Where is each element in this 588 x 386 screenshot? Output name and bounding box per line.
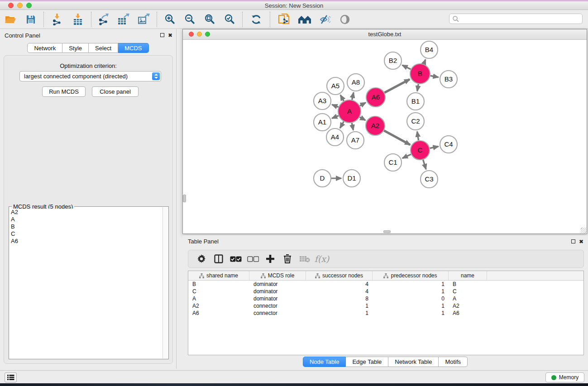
graph-edge-B-B2[interactable]: [402, 65, 411, 69]
graph-edge-C-C2[interactable]: [417, 132, 419, 141]
zoom-fit-button[interactable]: [200, 12, 220, 27]
zoom-in-button[interactable]: [160, 12, 180, 27]
mcds-result-scrollbar[interactable]: [163, 207, 168, 358]
table-cell: dominator: [249, 281, 306, 287]
network-vertical-scrollbar[interactable]: [183, 195, 186, 202]
import-network-button[interactable]: [47, 12, 67, 27]
close-traffic-light[interactable]: [8, 3, 14, 8]
search-input[interactable]: [459, 14, 582, 23]
table-cell: 1: [373, 310, 449, 316]
tab-mcds[interactable]: MCDS: [118, 43, 148, 53]
mcds-result-list[interactable]: A2ABCA6: [10, 209, 163, 358]
tab-network-table[interactable]: Network Table: [388, 357, 439, 367]
hide-selected-button[interactable]: [315, 12, 335, 27]
table-row[interactable]: Bdominator41B: [188, 281, 583, 288]
list-item[interactable]: A2: [10, 209, 163, 216]
desktop-strip-bottom: [0, 383, 588, 386]
search-field[interactable]: [449, 14, 583, 24]
list-item[interactable]: A6: [10, 238, 163, 245]
apply-layout-button[interactable]: [245, 12, 267, 27]
graph-edge-A-A8[interactable]: [352, 92, 354, 100]
graph-edge-A-A4[interactable]: [340, 122, 344, 128]
close-panel-button[interactable]: Close panel: [92, 86, 139, 97]
tab-node-table[interactable]: Node Table: [303, 357, 346, 367]
table-row[interactable]: Cdominator41C: [188, 288, 583, 295]
close-panel-icon[interactable]: ✖: [168, 33, 172, 38]
new-network-from-selection-button[interactable]: [273, 12, 295, 27]
select-all-button[interactable]: [227, 256, 244, 262]
graph-edge-A-A1[interactable]: [332, 116, 339, 119]
list-item[interactable]: B: [10, 223, 163, 230]
graph-edge-B-B3[interactable]: [430, 76, 439, 77]
tab-motifs[interactable]: Motifs: [439, 357, 468, 367]
main-toolbar: [0, 10, 588, 29]
table-mode-button[interactable]: [193, 254, 210, 263]
column-header[interactable]: name: [449, 271, 487, 280]
graph-edge-A2-C[interactable]: [384, 131, 410, 145]
table-cell: 1: [373, 303, 449, 309]
network-window-title: testGlobe.txt: [183, 29, 587, 39]
export-image-button[interactable]: [133, 12, 154, 27]
network-horizontal-scrollbar[interactable]: [383, 230, 391, 233]
trash-icon: [283, 254, 292, 263]
table-row[interactable]: Adominator80A: [188, 295, 583, 302]
net-close-traffic-light[interactable]: [189, 32, 194, 37]
graph-edge-A6-B[interactable]: [384, 79, 410, 93]
first-neighbors-button[interactable]: [295, 12, 315, 27]
table-row[interactable]: A2connector11A2: [188, 302, 583, 310]
graph-edge-A-A3[interactable]: [332, 105, 338, 107]
tab-network[interactable]: Network: [27, 43, 62, 53]
graph-edge-C-C1[interactable]: [402, 154, 411, 158]
graph-edge-A-A2[interactable]: [360, 117, 366, 120]
zoom-selected-button[interactable]: [220, 12, 239, 27]
shared-column-icon: [261, 273, 266, 278]
create-column-button[interactable]: [262, 255, 279, 263]
table-row[interactable]: A6connector11A6: [188, 310, 583, 317]
graph-edge-A-A7[interactable]: [352, 123, 353, 130]
network-canvas[interactable]: AA1A2A3A4A5A6A7A8BB1B2B3B4CC1C2C3C4DD1: [183, 40, 587, 234]
net-minimize-traffic-light[interactable]: [197, 32, 202, 37]
export-network-button[interactable]: [94, 12, 113, 27]
graph-edge-B-B1[interactable]: [417, 84, 419, 91]
minimize-traffic-light[interactable]: [17, 3, 23, 8]
document-network-icon: [278, 13, 290, 26]
export-table-button[interactable]: [113, 12, 133, 27]
column-header[interactable]: predecessor nodes: [373, 271, 449, 280]
network-resize-grip[interactable]: [581, 228, 586, 233]
graph-edge-B-B4[interactable]: [424, 60, 425, 64]
column-header[interactable]: MCDS role: [249, 271, 306, 280]
toolbar-separator: [157, 12, 157, 27]
show-all-button[interactable]: [335, 12, 355, 27]
column-header-label: successor nodes: [322, 272, 363, 279]
close-panel-icon[interactable]: ✖: [579, 239, 583, 244]
graph-edge-C-C3[interactable]: [423, 160, 426, 169]
optimization-criterion-select[interactable]: largest connected component (directed): [19, 71, 161, 81]
deselect-all-button[interactable]: [244, 256, 262, 262]
tab-edge-table[interactable]: Edge Table: [346, 357, 388, 367]
graph-edge-A-A5[interactable]: [340, 95, 344, 101]
show-panels-button[interactable]: [5, 372, 17, 382]
show-column-button[interactable]: [210, 254, 227, 263]
zoom-traffic-light[interactable]: [26, 3, 32, 8]
toolbar-separator: [270, 12, 270, 27]
save-session-button[interactable]: [21, 12, 41, 27]
list-item[interactable]: A: [10, 216, 163, 223]
float-panel-icon[interactable]: [160, 33, 164, 38]
list-item[interactable]: C: [10, 230, 163, 238]
column-header[interactable]: shared name: [188, 271, 249, 280]
run-mcds-button[interactable]: Run MCDS: [42, 86, 86, 97]
tab-select[interactable]: Select: [89, 43, 118, 53]
column-header[interactable]: successor nodes: [306, 271, 373, 280]
open-session-button[interactable]: [0, 12, 21, 27]
zoom-out-button[interactable]: [180, 12, 200, 27]
import-table-button[interactable]: [67, 12, 88, 27]
table-cell: connector: [249, 310, 306, 316]
float-panel-icon[interactable]: [571, 239, 575, 244]
tab-style[interactable]: Style: [62, 43, 89, 53]
graph-edge-C-C4[interactable]: [430, 147, 439, 148]
delete-column-button[interactable]: [279, 254, 296, 263]
network-window-titlebar[interactable]: testGlobe.txt: [183, 29, 587, 40]
graph-edge-A-A6[interactable]: [360, 103, 366, 106]
net-zoom-traffic-light[interactable]: [205, 32, 210, 37]
memory-button[interactable]: Memory: [545, 372, 584, 382]
